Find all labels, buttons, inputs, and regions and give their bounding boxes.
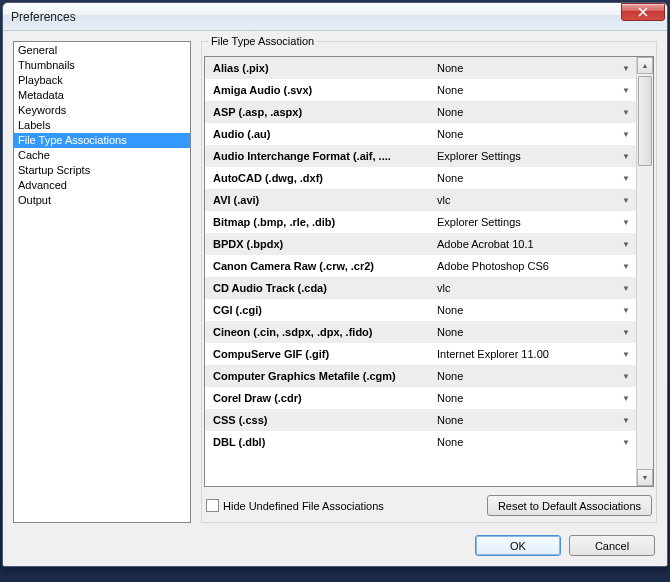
file-type-name: DBL (.dbl) xyxy=(213,436,433,448)
table-row[interactable]: Amiga Audio (.svx)None▼ xyxy=(205,79,636,101)
file-type-app: None xyxy=(433,304,616,316)
table-row[interactable]: CSS (.css)None▼ xyxy=(205,409,636,431)
table-row[interactable]: DBL (.dbl)None▼ xyxy=(205,431,636,453)
hide-undefined-checkbox[interactable]: Hide Undefined File Associations xyxy=(206,499,479,512)
file-type-app: None xyxy=(433,326,616,338)
file-type-app: None xyxy=(433,392,616,404)
titlebar[interactable]: Preferences xyxy=(3,3,667,31)
file-type-name: Audio Interchange Format (.aif, .... xyxy=(213,150,433,162)
file-type-table: Alias (.pix)None▼Amiga Audio (.svx)None▼… xyxy=(204,56,654,487)
table-row[interactable]: CD Audio Track (.cda)vlc▼ xyxy=(205,277,636,299)
file-type-name: AutoCAD (.dwg, .dxf) xyxy=(213,172,433,184)
chevron-down-icon[interactable]: ▼ xyxy=(616,306,630,315)
file-type-name: ASP (.asp, .aspx) xyxy=(213,106,433,118)
table-row[interactable]: AutoCAD (.dwg, .dxf)None▼ xyxy=(205,167,636,189)
file-type-name: Cineon (.cin, .sdpx, .dpx, .fido) xyxy=(213,326,433,338)
table-row[interactable]: Audio (.au)None▼ xyxy=(205,123,636,145)
file-type-name: BPDX (.bpdx) xyxy=(213,238,433,250)
sidebar-item[interactable]: Startup Scripts xyxy=(14,163,190,178)
file-type-app: None xyxy=(433,106,616,118)
cancel-button[interactable]: Cancel xyxy=(569,535,655,556)
file-type-groupbox: File Type Association Alias (.pix)None▼A… xyxy=(201,41,657,523)
file-type-name: Corel Draw (.cdr) xyxy=(213,392,433,404)
table-row[interactable]: Audio Interchange Format (.aif, ....Expl… xyxy=(205,145,636,167)
file-type-app: None xyxy=(433,436,616,448)
chevron-down-icon[interactable]: ▼ xyxy=(616,394,630,403)
table-row[interactable]: CGI (.cgi)None▼ xyxy=(205,299,636,321)
vertical-scrollbar[interactable]: ▲ ▼ xyxy=(636,57,653,486)
table-row[interactable]: Bitmap (.bmp, .rle, .dib)Explorer Settin… xyxy=(205,211,636,233)
table-body[interactable]: Alias (.pix)None▼Amiga Audio (.svx)None▼… xyxy=(205,57,636,486)
file-type-app: Explorer Settings xyxy=(433,150,616,162)
sidebar-item[interactable]: File Type Associations xyxy=(14,133,190,148)
sidebar-item[interactable]: Thumbnails xyxy=(14,58,190,73)
file-type-app: None xyxy=(433,128,616,140)
table-row[interactable]: Corel Draw (.cdr)None▼ xyxy=(205,387,636,409)
table-row[interactable]: Cineon (.cin, .sdpx, .dpx, .fido)None▼ xyxy=(205,321,636,343)
chevron-down-icon[interactable]: ▼ xyxy=(616,350,630,359)
groupbox-title: File Type Association xyxy=(208,35,317,47)
sidebar-item[interactable]: Metadata xyxy=(14,88,190,103)
close-icon xyxy=(638,7,648,17)
table-row[interactable]: Alias (.pix)None▼ xyxy=(205,57,636,79)
chevron-down-icon[interactable]: ▼ xyxy=(616,284,630,293)
file-type-name: CD Audio Track (.cda) xyxy=(213,282,433,294)
chevron-down-icon[interactable]: ▼ xyxy=(616,86,630,95)
close-button[interactable] xyxy=(621,3,665,21)
file-type-app: None xyxy=(433,84,616,96)
sidebar-item[interactable]: General xyxy=(14,43,190,58)
file-type-name: Canon Camera Raw (.crw, .cr2) xyxy=(213,260,433,272)
chevron-down-icon[interactable]: ▼ xyxy=(616,130,630,139)
dialog-footer: OK Cancel xyxy=(3,529,667,566)
file-type-app: Explorer Settings xyxy=(433,216,616,228)
window-title: Preferences xyxy=(11,10,621,24)
sidebar-item[interactable]: Keywords xyxy=(14,103,190,118)
sidebar-item[interactable]: Output xyxy=(14,193,190,208)
sidebar-item[interactable]: Cache xyxy=(14,148,190,163)
table-row[interactable]: Computer Graphics Metafile (.cgm)None▼ xyxy=(205,365,636,387)
file-type-app: vlc xyxy=(433,282,616,294)
chevron-down-icon[interactable]: ▼ xyxy=(616,218,630,227)
chevron-down-icon[interactable]: ▼ xyxy=(616,262,630,271)
scroll-thumb[interactable] xyxy=(638,76,652,166)
file-type-name: CGI (.cgi) xyxy=(213,304,433,316)
scroll-track[interactable] xyxy=(637,74,653,469)
file-type-app: None xyxy=(433,172,616,184)
category-sidebar[interactable]: GeneralThumbnailsPlaybackMetadataKeyword… xyxy=(13,41,191,523)
sidebar-item[interactable]: Playback xyxy=(14,73,190,88)
file-type-app: None xyxy=(433,62,616,74)
chevron-down-icon[interactable]: ▼ xyxy=(616,416,630,425)
checkbox-label: Hide Undefined File Associations xyxy=(223,500,384,512)
chevron-down-icon[interactable]: ▼ xyxy=(616,64,630,73)
table-row[interactable]: ASP (.asp, .aspx)None▼ xyxy=(205,101,636,123)
chevron-down-icon[interactable]: ▼ xyxy=(616,438,630,447)
groupbox-footer: Hide Undefined File Associations Reset t… xyxy=(204,487,654,518)
table-row[interactable]: Canon Camera Raw (.crw, .cr2)Adobe Photo… xyxy=(205,255,636,277)
file-type-name: Bitmap (.bmp, .rle, .dib) xyxy=(213,216,433,228)
reset-defaults-button[interactable]: Reset to Default Associations xyxy=(487,495,652,516)
scroll-down-button[interactable]: ▼ xyxy=(637,469,653,486)
file-type-name: CompuServe GIF (.gif) xyxy=(213,348,433,360)
chevron-down-icon[interactable]: ▼ xyxy=(616,196,630,205)
file-type-name: AVI (.avi) xyxy=(213,194,433,206)
chevron-down-icon[interactable]: ▼ xyxy=(616,174,630,183)
ok-button[interactable]: OK xyxy=(475,535,561,556)
file-type-app: None xyxy=(433,414,616,426)
file-type-name: Audio (.au) xyxy=(213,128,433,140)
chevron-down-icon[interactable]: ▼ xyxy=(616,240,630,249)
sidebar-item[interactable]: Advanced xyxy=(14,178,190,193)
file-type-name: Computer Graphics Metafile (.cgm) xyxy=(213,370,433,382)
chevron-down-icon[interactable]: ▼ xyxy=(616,372,630,381)
table-row[interactable]: CompuServe GIF (.gif)Internet Explorer 1… xyxy=(205,343,636,365)
chevron-down-icon[interactable]: ▼ xyxy=(616,152,630,161)
table-row[interactable]: AVI (.avi)vlc▼ xyxy=(205,189,636,211)
chevron-down-icon[interactable]: ▼ xyxy=(616,328,630,337)
sidebar-item[interactable]: Labels xyxy=(14,118,190,133)
preferences-window: Preferences GeneralThumbnailsPlaybackMet… xyxy=(2,2,668,567)
chevron-down-icon[interactable]: ▼ xyxy=(616,108,630,117)
file-type-app: None xyxy=(433,370,616,382)
dialog-body: GeneralThumbnailsPlaybackMetadataKeyword… xyxy=(3,31,667,529)
file-type-name: Amiga Audio (.svx) xyxy=(213,84,433,96)
table-row[interactable]: BPDX (.bpdx)Adobe Acrobat 10.1▼ xyxy=(205,233,636,255)
scroll-up-button[interactable]: ▲ xyxy=(637,57,653,74)
